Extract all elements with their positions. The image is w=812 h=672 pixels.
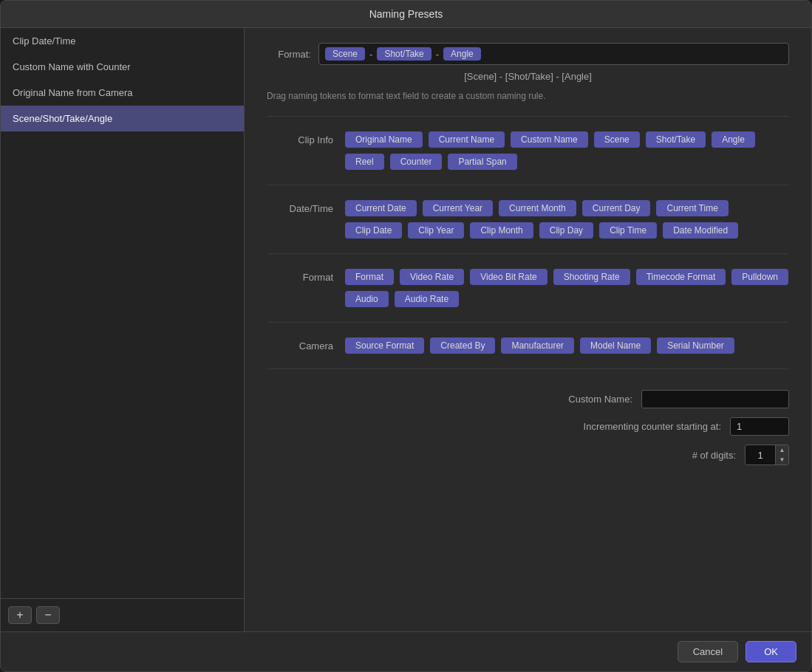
token-audio[interactable]: Audio — [345, 291, 389, 307]
custom-name-row: Custom Name: — [267, 390, 789, 408]
divider-2 — [267, 185, 789, 185]
camera-section: Camera Source Format Created By Manufact… — [267, 337, 789, 354]
token-clip-month[interactable]: Clip Month — [470, 222, 533, 239]
token-pulldown[interactable]: Pulldown — [731, 269, 788, 285]
token-shooting-rate[interactable]: Shooting Rate — [553, 269, 630, 285]
token-model-name[interactable]: Model Name — [580, 337, 651, 354]
token-current-day[interactable]: Current Day — [582, 200, 651, 216]
token-serial-number[interactable]: Serial Number — [657, 337, 734, 354]
format-section-label: Format — [267, 269, 333, 283]
format-sep-2: - — [436, 49, 439, 60]
token-current-time[interactable]: Current Time — [656, 200, 728, 216]
token-audio-rate[interactable]: Audio Rate — [395, 291, 459, 307]
sidebar-footer: + − — [1, 598, 244, 631]
sidebar-item-custom-name-counter[interactable]: Custom Name with Counter — [1, 54, 244, 80]
token-current-month[interactable]: Current Month — [499, 200, 576, 216]
token-custom-name[interactable]: Custom Name — [511, 131, 588, 148]
format-token-angle[interactable]: Angle — [443, 47, 481, 61]
token-video-bit-rate[interactable]: Video Bit Rate — [470, 269, 547, 285]
dialog-title: Naming Presets — [369, 8, 443, 20]
token-scene[interactable]: Scene — [594, 131, 640, 148]
digits-label: # of digits: — [692, 450, 736, 461]
token-counter[interactable]: Counter — [390, 154, 443, 170]
token-partial-span[interactable]: Partial Span — [448, 154, 516, 170]
main-content: Clip Date/Time Custom Name with Counter … — [1, 28, 811, 631]
digits-stepper: ▲ ▼ — [775, 445, 788, 464]
main-panel: Format: Scene - Shot/Take - Angle [Scene… — [245, 28, 811, 631]
custom-section: Custom Name: Incrementing counter starti… — [267, 390, 789, 465]
digits-increment[interactable]: ▲ — [775, 445, 788, 455]
token-clip-year[interactable]: Clip Year — [408, 222, 464, 239]
format-section: Format Format Video Rate Video Bit Rate … — [267, 269, 789, 307]
format-token-scene[interactable]: Scene — [325, 47, 365, 61]
sidebar-item-scene-shot-take-angle[interactable]: Scene/Shot/Take/Angle — [1, 106, 244, 131]
token-date-modified[interactable]: Date Modified — [663, 222, 738, 239]
clip-info-section: Clip Info Original Name Current Name Cus… — [267, 131, 789, 170]
camera-tokens: Source Format Created By Manufacturer Mo… — [345, 337, 789, 354]
token-clip-date[interactable]: Clip Date — [345, 222, 402, 239]
sidebar-item-clip-date-time[interactable]: Clip Date/Time — [1, 28, 244, 54]
digits-control: 1 ▲ ▼ — [745, 445, 789, 465]
digits-row: # of digits: 1 ▲ ▼ — [267, 445, 789, 465]
sidebar-item-original-name-camera[interactable]: Original Name from Camera — [1, 80, 244, 106]
custom-name-label: Custom Name: — [568, 394, 632, 405]
counter-input[interactable] — [730, 417, 789, 436]
date-time-label: Date/Time — [267, 200, 333, 214]
ok-button[interactable]: OK — [746, 641, 796, 662]
clip-info-label: Clip Info — [267, 131, 333, 145]
format-sep-1: - — [369, 49, 372, 60]
sidebar-list: Clip Date/Time Custom Name with Counter … — [1, 28, 244, 598]
token-original-name[interactable]: Original Name — [345, 131, 423, 148]
camera-label: Camera — [267, 337, 333, 352]
divider-5 — [267, 368, 789, 369]
add-preset-button[interactable]: + — [8, 606, 32, 624]
digits-decrement[interactable]: ▼ — [775, 455, 788, 464]
token-manufacturer[interactable]: Manufacturer — [501, 337, 574, 354]
counter-row: Incrementing counter starting at: — [267, 417, 789, 436]
footer: Cancel OK — [1, 631, 811, 671]
token-reel[interactable]: Reel — [345, 154, 384, 170]
title-bar: Naming Presets — [1, 1, 811, 28]
token-angle[interactable]: Angle — [712, 131, 755, 148]
clip-info-tokens: Original Name Current Name Custom Name S… — [345, 131, 789, 170]
token-shot-take[interactable]: Shot/Take — [646, 131, 706, 148]
date-time-tokens: Current Date Current Year Current Month … — [345, 200, 789, 239]
sidebar: Clip Date/Time Custom Name with Counter … — [1, 28, 245, 631]
divider-1 — [267, 116, 789, 117]
cancel-button[interactable]: Cancel — [678, 641, 738, 662]
token-current-date[interactable]: Current Date — [345, 200, 417, 216]
token-video-rate[interactable]: Video Rate — [400, 269, 464, 285]
date-time-section: Date/Time Current Date Current Year Curr… — [267, 200, 789, 239]
counter-label: Incrementing counter starting at: — [584, 421, 721, 432]
token-current-name[interactable]: Current Name — [429, 131, 505, 148]
token-clip-day[interactable]: Clip Day — [539, 222, 593, 239]
token-timecode-format[interactable]: Timecode Format — [636, 269, 726, 285]
format-preview: [Scene] - [Shot/Take] - [Angle] — [267, 71, 789, 82]
divider-4 — [267, 322, 789, 323]
remove-preset-button[interactable]: − — [36, 606, 60, 624]
token-source-format[interactable]: Source Format — [345, 337, 424, 354]
format-bar[interactable]: Scene - Shot/Take - Angle — [318, 43, 789, 65]
token-current-year[interactable]: Current Year — [423, 200, 493, 216]
format-token-shot-take[interactable]: Shot/Take — [377, 47, 431, 61]
token-format[interactable]: Format — [345, 269, 394, 285]
drag-hint: Drag naming tokens to format text field … — [267, 91, 789, 101]
digits-value: 1 — [746, 447, 775, 464]
dialog: Naming Presets Clip Date/Time Custom Nam… — [0, 0, 812, 672]
format-tokens: Format Video Rate Video Bit Rate Shootin… — [345, 269, 789, 307]
token-clip-time[interactable]: Clip Time — [599, 222, 657, 239]
format-label: Format: — [267, 49, 311, 60]
format-row: Format: Scene - Shot/Take - Angle — [267, 43, 789, 65]
custom-name-input[interactable] — [641, 390, 789, 408]
token-created-by[interactable]: Created By — [430, 337, 495, 354]
divider-3 — [267, 253, 789, 254]
